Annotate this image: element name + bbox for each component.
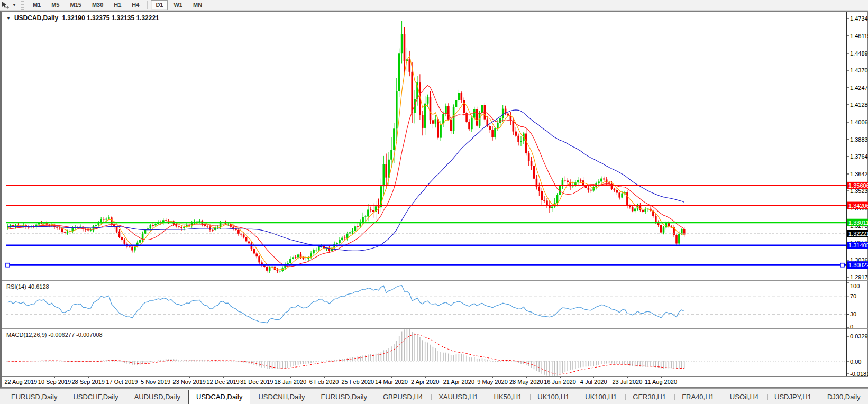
svg-text:1.47340: 1.47340 [850, 15, 868, 22]
timeframe-toolbar: ▼ M1M5M15M30H1H4D1W1MN [0, 0, 868, 11]
date-tick-mark [560, 377, 561, 378]
tab-usdcad-daily[interactable]: USDCAD,Daily [188, 390, 250, 404]
date-tick-label: 23 Nov 2019 [173, 379, 206, 385]
tab-gbpusd-h4[interactable]: GBPUSD,H4 [375, 390, 431, 404]
rsi-pane[interactable]: RSI(14) 40.6128 10070300 [2, 280, 868, 328]
tab-ger30-h1[interactable]: GER30,H1 [625, 390, 674, 404]
price-axis-divider [846, 12, 847, 376]
date-tick-mark [661, 377, 662, 378]
price-pane[interactable]: 1.473401.461151.448901.437001.424751.412… [2, 12, 868, 280]
svg-text:1.34206: 1.34206 [848, 203, 868, 209]
macd-label: MACD(12,26,9) -0.006277 -0.007008 [6, 332, 103, 338]
date-tick-mark [492, 377, 493, 378]
date-tick-mark [391, 377, 392, 378]
date-tick-label: 16 Jun 2020 [544, 379, 576, 385]
date-tick-label: 28 Sep 2019 [71, 379, 104, 385]
svg-text:100: 100 [850, 283, 860, 289]
date-tick-mark [88, 377, 89, 378]
date-tick-label: 2 Apr 2020 [411, 379, 439, 385]
date-tick-label: 22 Aug 2019 [4, 379, 37, 385]
svg-text:1.31405: 1.31405 [848, 242, 868, 249]
tab-eurusd-daily[interactable]: EURUSD,Daily [3, 390, 65, 404]
tab-usoil-h4[interactable]: USOil,H4 [722, 390, 766, 404]
date-tick-label: 28 May 2020 [509, 379, 543, 385]
collapse-chart-icon[interactable]: ▼ [6, 16, 11, 21]
date-tick-label: 31 Dec 2019 [240, 379, 273, 385]
tab-fra40-h1[interactable]: FRA40,H1 [674, 390, 722, 404]
chart-window: ▼ USDCAD,Daily 1.32190 1.32375 1.32135 1… [0, 11, 868, 388]
date-tick-label: 10 Sep 2019 [38, 379, 71, 385]
date-tick-label: 17 Oct 2019 [106, 379, 138, 385]
date-tick-mark [290, 377, 291, 378]
svg-text:1.41285: 1.41285 [850, 102, 868, 108]
cursor-icon [1, 1, 11, 10]
date-tick-label: 21 Apr 2020 [443, 379, 474, 385]
svg-text:1.43700: 1.43700 [850, 67, 868, 74]
date-tick-label: 12 Dec 2019 [206, 379, 239, 385]
timeframe-h1-button[interactable]: H1 [109, 0, 126, 10]
svg-text:1.38835: 1.38835 [850, 136, 868, 143]
timeframe-m5-button[interactable]: M5 [47, 0, 64, 10]
svg-text:70: 70 [850, 293, 856, 299]
svg-text:1.37645: 1.37645 [850, 153, 868, 160]
tab-uk100-h1[interactable]: UK100,H1 [577, 390, 625, 404]
date-tick-mark [526, 377, 527, 378]
date-tick-label: 18 Jan 2020 [275, 379, 307, 385]
date-tick-label: 9 May 2020 [477, 379, 507, 385]
timeframe-w1-button[interactable]: W1 [169, 0, 187, 10]
tab-hk50-h1[interactable]: HK50,H1 [486, 390, 530, 404]
chart-title: ▼ USDCAD,Daily 1.32190 1.32375 1.32135 1… [6, 14, 159, 22]
date-tick-mark [54, 377, 55, 378]
date-tick-mark [156, 377, 156, 378]
cursor-tool-button[interactable]: ▼ [0, 0, 19, 11]
date-tick-mark [358, 377, 358, 378]
svg-text:0.00: 0.00 [850, 359, 861, 365]
date-tick-mark [459, 377, 459, 378]
svg-text:1.33011: 1.33011 [848, 219, 868, 226]
chart-symbol-label: USDCAD,Daily [14, 14, 58, 22]
date-tick-mark [257, 377, 257, 378]
timeframe-m30-button[interactable]: M30 [87, 0, 108, 10]
date-tick-mark [189, 377, 190, 378]
date-tick-label: 14 Mar 2020 [375, 379, 408, 385]
chevron-down-icon[interactable]: ▼ [12, 3, 16, 7]
chart-tab-bar: EURUSD,DailyUSDCHF,DailyAUDUSD,DailyUSDC… [0, 388, 868, 404]
date-tick-label: 5 Nov 2019 [141, 379, 170, 385]
timeframe-m15-button[interactable]: M15 [65, 0, 86, 10]
tab-audusd-daily[interactable]: AUDUSD,Daily [126, 390, 188, 404]
svg-text:-0.018154: -0.018154 [850, 371, 868, 376]
svg-text:1.46115: 1.46115 [850, 33, 868, 39]
svg-text:1.42475: 1.42475 [850, 85, 868, 91]
date-tick-mark [21, 377, 21, 378]
svg-text:1.44890: 1.44890 [850, 50, 868, 57]
tab-xauusd-h1[interactable]: XAUUSD,H1 [431, 390, 486, 404]
svg-text:1.40060: 1.40060 [850, 119, 868, 125]
macd-pane[interactable]: MACD(12,26,9) -0.006277 -0.007008 0.0329… [2, 328, 868, 376]
tab-usdcnh-daily[interactable]: USDCNH,Daily [250, 390, 313, 404]
date-tick-mark [122, 377, 122, 378]
timeframe-h4-button[interactable]: H4 [127, 0, 144, 10]
date-tick-mark [223, 377, 224, 378]
svg-text:1.29175: 1.29175 [850, 274, 868, 280]
timeframe-d1-button[interactable]: D1 [151, 0, 168, 10]
svg-text:1.36420: 1.36420 [850, 171, 868, 177]
date-tick-mark [425, 377, 426, 378]
tab-usdchf-daily[interactable]: USDCHF,Daily [65, 390, 126, 404]
tab-eurusd-daily[interactable]: EURUSD,Daily [313, 390, 375, 404]
svg-text:0: 0 [850, 324, 853, 328]
rsi-label: RSI(14) 40.6128 [6, 283, 49, 290]
date-tick-label: 4 Jul 2020 [580, 379, 607, 385]
toolbar-grip[interactable] [21, 1, 24, 10]
tab-uk100-h1[interactable]: UK100,H1 [529, 390, 577, 404]
date-tick-mark [324, 377, 325, 378]
date-tick-mark [593, 377, 594, 378]
tab-usdjpy-h1[interactable]: USDJPY,H1 [766, 390, 819, 404]
date-tick-label: 25 Feb 2020 [341, 379, 374, 385]
date-tick-label: 11 Aug 2020 [645, 379, 677, 385]
svg-text:1.35606: 1.35606 [848, 182, 868, 189]
timeframe-mn-button[interactable]: MN [188, 0, 207, 10]
svg-text:0.032972: 0.032972 [850, 333, 868, 339]
tab-dj30-daily[interactable]: DJ30,Daily [819, 390, 868, 404]
timeframe-m1-button[interactable]: M1 [28, 0, 45, 10]
date-axis[interactable]: 22 Aug 201910 Sep 201928 Sep 201917 Oct … [2, 376, 868, 387]
